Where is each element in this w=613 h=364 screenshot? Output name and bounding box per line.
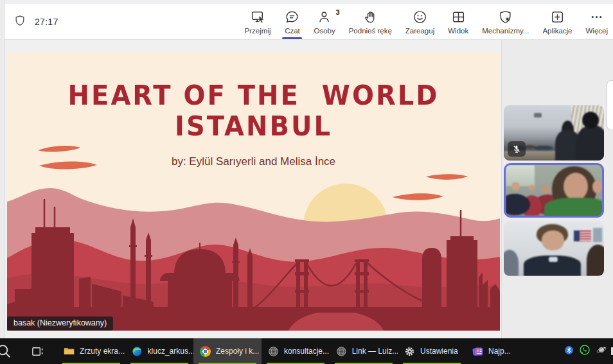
taskbar-app-label: Zrzuty ekra... [80,347,125,356]
taskbar-app-edge[interactable]: klucz_arkus... [125,338,193,364]
chrome-icon [200,346,211,357]
taskbar-app-najp[interactable]: Najp... [466,338,517,364]
task-view-icon [31,345,44,358]
taskbar-app-konsultacje[interactable]: konsultacje... [262,338,330,364]
shared-screen-stage: HEART OF THE WORLD ISTANBUL by: Eylül Sa… [4,40,501,338]
system-tray [565,338,613,364]
globe-icon [268,346,279,357]
taskbar-app-label: Najp... [488,347,511,356]
taskbar-app-chrome-teams[interactable]: Zespoły i k... [193,338,262,364]
windows-taskbar: Zrzuty ekra... klucz_arkus... Zespoły i … [0,338,613,364]
take-control-icon [250,9,266,25]
satellite-icon[interactable] [596,345,607,358]
react-label: Zareaguj [405,27,434,35]
chat-icon [284,9,300,25]
react-button[interactable]: Zareaguj [402,4,438,39]
video-thumbnail-1[interactable] [504,105,604,160]
presenter-name-badge: basak (Niezweryfikowany) [7,316,113,331]
people-count-badge: 3 [336,8,340,16]
take-control-label: Przejmij [245,27,271,35]
apps-label: Aplikacje [542,27,572,35]
video3-content [504,221,604,276]
mechanisms-button[interactable]: Mechanizmy... [478,4,533,39]
slide-title-line2: ISTANBUL [7,110,500,143]
taskbar-app-link[interactable]: Link — Luiz... [330,338,398,364]
gear-icon [404,346,415,357]
react-smiley-icon [412,9,428,25]
people-label: Osoby [314,27,335,35]
raise-hand-label: Podnieś rękę [349,27,392,35]
video2-content [506,165,602,216]
purple-app-icon [472,346,483,357]
toolbar-buttons: Przejmij Czat 3 Osoby Podnieś rękę [241,4,613,39]
taskbar-app-label: Zespoły i k... [216,347,259,356]
meeting-info: 27:17 [4,4,58,39]
video-thumbnail-2-active-speaker[interactable] [504,163,604,218]
people-icon [317,9,333,25]
bluetooth-icon[interactable] [565,345,573,357]
taskbar-app-label: konsultacje... [284,347,329,356]
apps-plus-icon [549,9,565,25]
globe-icon [336,346,347,357]
apps-button[interactable]: Aplikacje [538,4,576,39]
task-view-button[interactable] [31,338,44,364]
taskbar-app-label: Ustawienia [420,347,458,356]
video-thumbnail-3[interactable] [504,221,604,276]
taskbar-app-settings[interactable]: Ustawienia [398,338,466,364]
folder-icon [64,347,75,356]
more-button[interactable]: Więcej [582,4,612,39]
view-button[interactable]: Widok [444,4,472,39]
more-dots-icon [589,9,605,25]
edge-icon [132,346,143,357]
meeting-toolbar: 27:17 Przejmij Czat 3 Osoby [4,4,613,40]
search-icon [0,343,13,360]
slide-subtitle: by: Eylül Sarıyerli and Melisa İnce [7,155,500,168]
presentation-slide: HEART OF THE WORLD ISTANBUL by: Eylül Sa… [7,53,500,331]
more-label: Więcej [585,27,608,35]
taskbar-apps: Zrzuty ekra... klucz_arkus... Zespoły i … [57,338,517,364]
people-button[interactable]: 3 Osoby [310,4,339,39]
taskbar-search-button[interactable] [0,338,13,364]
view-grid-icon [450,9,466,25]
mic-off-icon [512,144,521,153]
meeting-timer: 27:17 [35,17,58,27]
chat-label: Czat [285,27,300,35]
taskbar-app-label: Link — Luiz... [352,347,398,356]
collapsed-panel-edge[interactable] [607,80,613,130]
shield-gear-icon [497,9,513,25]
raise-hand-button[interactable]: Podnieś rękę [345,4,396,39]
taskbar-app-label: klucz_arkus... [148,347,193,356]
raise-hand-icon [362,9,378,25]
taskbar-app-screenshots[interactable]: Zrzuty ekra... [57,338,125,364]
take-control-button[interactable]: Przejmij [241,4,275,39]
window-left-strip [0,0,4,338]
view-label: Widok [448,27,468,35]
screen: 27:17 Przejmij Czat 3 Osoby [0,0,613,364]
mic-muted-indicator [508,141,526,157]
slide-title-line1: HEART OF THE WORLD [7,79,500,112]
mechanisms-label: Mechanizmy... [482,27,529,35]
shield-icon [13,14,26,30]
whatsapp-icon[interactable] [580,345,590,358]
chat-button[interactable]: Czat [280,4,304,39]
participants-rail [501,40,613,338]
